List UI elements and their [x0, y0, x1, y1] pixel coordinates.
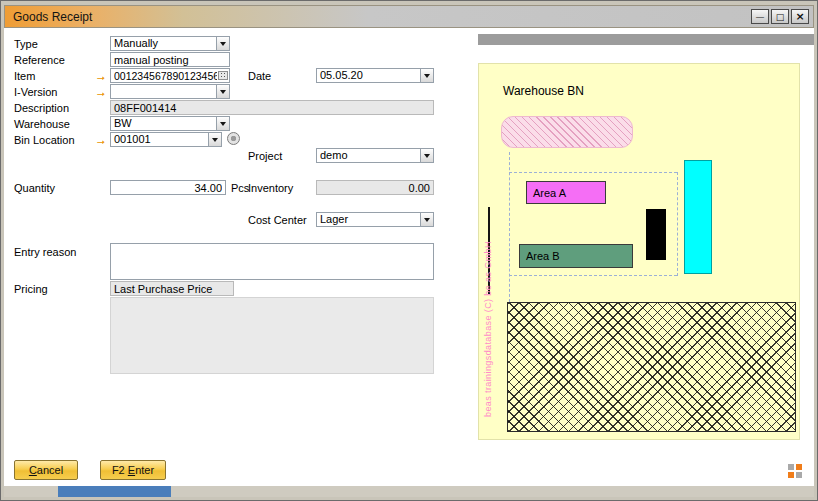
- project-select[interactable]: demo: [316, 148, 434, 163]
- area-a-label: Area A: [533, 187, 566, 199]
- route-dashed-line: [509, 275, 677, 276]
- titlebar[interactable]: Goods Receipt — □ ×: [4, 5, 814, 28]
- inventory-label: Inventory: [248, 182, 293, 194]
- binlocation-select[interactable]: 001001: [110, 132, 222, 147]
- binlocation-value: 001001: [111, 133, 208, 146]
- type-select[interactable]: Manually: [110, 36, 230, 51]
- gray-divider-bar: [478, 34, 814, 45]
- date-select[interactable]: 05.05.20: [316, 68, 434, 83]
- zone-cyan-rack[interactable]: [684, 160, 712, 274]
- iversion-value: [111, 85, 216, 98]
- window-title: Goods Receipt: [13, 10, 92, 24]
- grid-square: [788, 472, 794, 478]
- f2-enter-button[interactable]: F2 Enter: [100, 460, 166, 480]
- zone-black-rack[interactable]: [646, 209, 666, 260]
- bin-selection-icon[interactable]: [227, 132, 240, 145]
- binlocation-link-arrow-icon[interactable]: →: [95, 134, 107, 146]
- project-value: demo: [317, 149, 420, 162]
- corner-grid-icon[interactable]: [788, 464, 802, 478]
- dropdown-arrow-icon[interactable]: [420, 149, 433, 162]
- costcenter-label: Cost Center: [248, 214, 307, 226]
- route-dashed-line: [509, 172, 677, 173]
- date-label: Date: [248, 70, 271, 82]
- route-dashed-line: [677, 172, 678, 276]
- route-dashed-line: [509, 152, 510, 302]
- project-label: Project: [248, 150, 282, 162]
- pricing-value: Last Purchase Price: [114, 283, 212, 295]
- window-controls: — □ ×: [751, 9, 809, 24]
- type-label: Type: [14, 38, 38, 50]
- minimize-button[interactable]: —: [751, 9, 769, 24]
- item-input[interactable]: [111, 70, 218, 82]
- f2-enter-button-label: F2 Enter: [112, 464, 154, 476]
- dropdown-arrow-icon[interactable]: [216, 85, 229, 98]
- dropdown-arrow-icon[interactable]: [216, 117, 229, 130]
- iversion-link-arrow-icon[interactable]: →: [95, 86, 107, 98]
- maximize-button[interactable]: □: [771, 9, 789, 24]
- dropdown-arrow-icon[interactable]: [420, 213, 433, 226]
- status-bar: [4, 486, 814, 497]
- pricing-label: Pricing: [14, 283, 48, 295]
- dropdown-arrow-icon[interactable]: [208, 133, 221, 146]
- item-label: Item: [14, 70, 35, 82]
- dropdown-arrow-icon[interactable]: [420, 69, 433, 82]
- grid-square: [796, 472, 802, 478]
- warehouse-value: BW: [111, 117, 216, 130]
- grid-square: [788, 464, 794, 470]
- iversion-select[interactable]: [110, 84, 230, 99]
- quantity-input[interactable]: [110, 180, 226, 195]
- goods-receipt-window: Goods Receipt — □ × Type Manually Refere…: [0, 0, 818, 501]
- choose-from-list-icon[interactable]: [218, 71, 228, 80]
- description-label: Description: [14, 102, 69, 114]
- grid-square: [796, 464, 802, 470]
- zone-crosshatch-storage[interactable]: [507, 302, 796, 432]
- zone-pink-hatched[interactable]: [501, 116, 633, 148]
- warehouse-map-panel: Warehouse BN Area A Area B beas training…: [478, 63, 800, 440]
- item-input-wrap[interactable]: [110, 68, 230, 83]
- status-progress-segment: [58, 486, 171, 497]
- warehouse-select[interactable]: BW: [110, 116, 230, 131]
- area-b-label: Area B: [526, 250, 560, 262]
- warehouse-label: Warehouse: [14, 118, 70, 130]
- pricing-detail-panel: [110, 297, 434, 374]
- quantity-label: Quantity: [14, 182, 55, 194]
- costcenter-value: Lager: [317, 213, 420, 226]
- watermark-text: beas trainingsdatabase (C) be as GmbH: [483, 245, 493, 417]
- iversion-label: I-Version: [14, 86, 57, 98]
- inventory-field: 0.00: [316, 180, 434, 195]
- warehouse-map-title: Warehouse BN: [503, 84, 584, 98]
- reference-input[interactable]: [110, 52, 230, 67]
- zone-area-b[interactable]: Area B: [519, 244, 633, 268]
- dropdown-arrow-icon[interactable]: [216, 37, 229, 50]
- binlocation-label: Bin Location: [14, 134, 75, 146]
- entryreason-label: Entry reason: [14, 246, 76, 258]
- quantity-unit: Pcs: [231, 182, 249, 194]
- type-value: Manually: [111, 37, 216, 50]
- entryreason-input[interactable]: [110, 243, 434, 280]
- date-value: 05.05.20: [317, 69, 420, 82]
- pricing-field: Last Purchase Price: [110, 281, 234, 296]
- description-field: 08FF001414: [110, 100, 434, 115]
- costcenter-select[interactable]: Lager: [316, 212, 434, 227]
- cancel-button[interactable]: Cancel: [14, 460, 78, 480]
- item-link-arrow-icon[interactable]: →: [95, 70, 107, 82]
- reference-label: Reference: [14, 54, 65, 66]
- inventory-value: 0.00: [409, 182, 430, 194]
- description-value: 08FF001414: [114, 102, 176, 114]
- zone-area-a[interactable]: Area A: [526, 181, 606, 204]
- form-body: Type Manually Reference → Item Date 05.0…: [4, 28, 814, 486]
- cancel-button-label: Cancel: [29, 464, 63, 476]
- close-button[interactable]: ×: [791, 9, 809, 24]
